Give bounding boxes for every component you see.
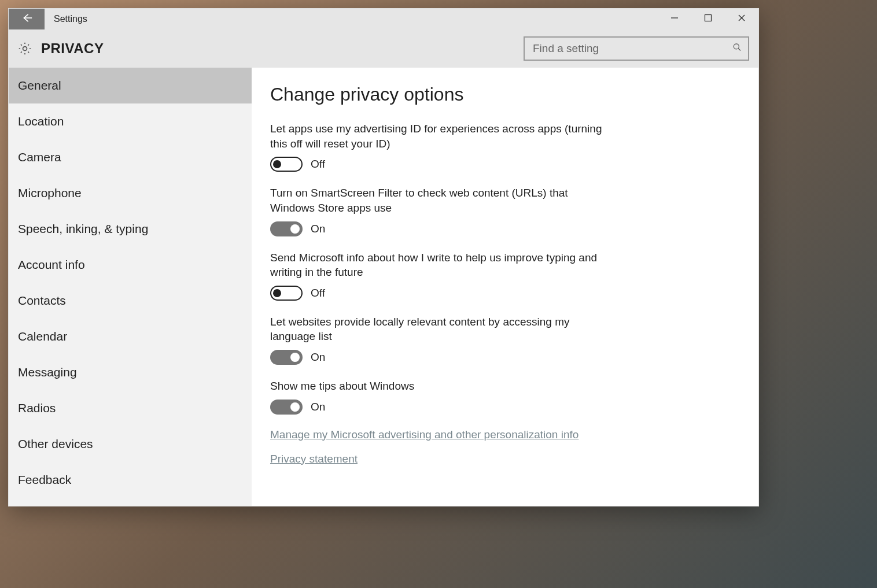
toggle-knob-icon	[273, 289, 281, 297]
sidebar-item-label: General	[18, 79, 61, 93]
sidebar-item-label: Calendar	[18, 330, 67, 343]
sidebar-item-camera[interactable]: Camera	[9, 139, 252, 175]
toggle-state-label: On	[311, 223, 325, 235]
titlebar: Settings	[9, 9, 758, 29]
section-title: PRIVACY	[41, 40, 104, 57]
body: GeneralLocationCameraMicrophoneSpeech, i…	[9, 68, 758, 506]
toggle-knob-icon	[290, 402, 300, 412]
privacy-option: Let apps use my advertising ID for exper…	[270, 121, 606, 172]
back-arrow-icon	[20, 12, 33, 27]
toggle-state-label: On	[311, 401, 325, 413]
sidebar-item-speech-inking-typing[interactable]: Speech, inking, & typing	[9, 211, 252, 247]
option-label: Show me tips about Windows	[270, 379, 606, 394]
option-label: Let apps use my advertising ID for exper…	[270, 121, 606, 151]
toggle-switch[interactable]	[270, 157, 303, 172]
settings-window: Settings	[8, 8, 759, 506]
page-heading: Change privacy options	[270, 84, 740, 105]
sidebar-item-label: Location	[18, 114, 64, 128]
sidebar-item-messaging[interactable]: Messaging	[9, 354, 252, 390]
toggle-switch[interactable]	[270, 350, 303, 365]
section-header: PRIVACY	[9, 29, 758, 68]
toggle-row: On	[270, 350, 606, 365]
privacy-option: Show me tips about WindowsOn	[270, 379, 606, 415]
maximize-icon	[704, 14, 712, 24]
option-label: Send Microsoft info about how I write to…	[270, 250, 606, 280]
minimize-icon	[670, 14, 679, 24]
sidebar-item-calendar[interactable]: Calendar	[9, 319, 252, 354]
content-scroll[interactable]: Change privacy options Let apps use my a…	[252, 68, 758, 506]
sidebar-item-location[interactable]: Location	[9, 103, 252, 139]
sidebar-item-label: Feedback	[18, 473, 71, 487]
content-area: Change privacy options Let apps use my a…	[252, 68, 758, 506]
toggle-state-label: Off	[311, 158, 325, 171]
back-button[interactable]	[9, 9, 45, 29]
search-input[interactable]	[533, 42, 725, 55]
sidebar-item-feedback[interactable]: Feedback	[9, 462, 252, 498]
sidebar-item-label: Other devices	[18, 437, 93, 451]
privacy-option: Let websites provide locally relevant co…	[270, 315, 606, 365]
sidebar-item-account-info[interactable]: Account info	[9, 247, 252, 283]
window-controls	[658, 9, 758, 29]
sidebar-item-general[interactable]: General	[9, 68, 252, 103]
sidebar-item-microphone[interactable]: Microphone	[9, 175, 252, 211]
window-title: Settings	[45, 9, 87, 29]
option-label: Turn on SmartScreen Filter to check web …	[270, 186, 606, 215]
sidebar-item-radios[interactable]: Radios	[9, 390, 252, 426]
privacy-statement-link[interactable]: Privacy statement	[270, 453, 740, 465]
svg-point-2	[734, 44, 739, 49]
sidebar-item-other-devices[interactable]: Other devices	[9, 426, 252, 462]
svg-rect-0	[705, 15, 712, 21]
sidebar-item-label: Microphone	[18, 186, 82, 200]
manage-advertising-link[interactable]: Manage my Microsoft advertising and othe…	[270, 428, 740, 441]
toggle-state-label: Off	[311, 287, 325, 299]
sidebar-item-label: Radios	[18, 401, 56, 415]
toggle-switch[interactable]	[270, 286, 303, 301]
toggle-knob-icon	[273, 160, 281, 168]
privacy-option: Turn on SmartScreen Filter to check web …	[270, 186, 606, 236]
toggle-knob-icon	[290, 224, 300, 234]
toggle-row: Off	[270, 286, 606, 301]
toggle-row: On	[270, 400, 606, 415]
sidebar-item-label: Contacts	[18, 294, 66, 308]
maximize-button[interactable]	[691, 9, 725, 29]
sidebar-item-label: Account info	[18, 258, 85, 272]
toggle-row: Off	[270, 157, 606, 172]
search-box[interactable]	[524, 36, 749, 61]
close-button[interactable]	[725, 9, 758, 29]
option-label: Let websites provide locally relevant co…	[270, 315, 606, 344]
sidebar: GeneralLocationCameraMicrophoneSpeech, i…	[9, 68, 252, 506]
sidebar-item-label: Messaging	[18, 365, 77, 379]
toggle-state-label: On	[311, 351, 325, 364]
gear-icon	[17, 40, 33, 57]
sidebar-item-contacts[interactable]: Contacts	[9, 283, 252, 319]
minimize-button[interactable]	[658, 9, 691, 29]
toggle-row: On	[270, 221, 606, 236]
privacy-option: Send Microsoft info about how I write to…	[270, 250, 606, 301]
svg-point-1	[23, 47, 27, 51]
search-icon	[732, 42, 742, 56]
close-icon	[738, 14, 746, 24]
toggle-switch[interactable]	[270, 221, 303, 236]
toggle-switch[interactable]	[270, 400, 303, 415]
sidebar-item-label: Speech, inking, & typing	[18, 222, 148, 236]
sidebar-item-label: Camera	[18, 150, 61, 164]
toggle-knob-icon	[290, 353, 300, 362]
